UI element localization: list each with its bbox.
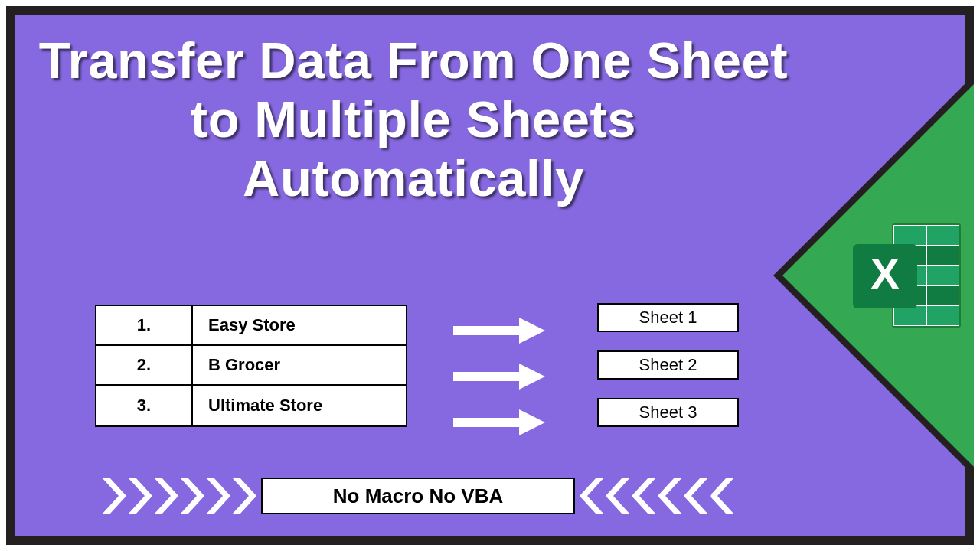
row-name: Easy Store — [193, 306, 406, 344]
chevron-right-icon — [178, 478, 204, 514]
svg-rect-3 — [894, 266, 959, 285]
svg-rect-0 — [893, 224, 960, 327]
chevron-left-icon — [606, 478, 632, 514]
bottom-ribbon: No Macro No VBA — [96, 478, 740, 514]
row-number: 3. — [96, 386, 193, 425]
svg-rect-1 — [894, 226, 959, 246]
chevron-right-icon — [152, 478, 178, 514]
chevron-right-icon — [230, 478, 256, 514]
chevron-left-icon — [684, 478, 710, 514]
chevron-left-icon — [632, 478, 658, 514]
thumbnail-canvas: Transfer Data From One Sheet to Multiple… — [6, 6, 974, 545]
svg-text:X: X — [871, 249, 899, 298]
ribbon-label: No Macro No VBA — [261, 478, 575, 514]
transfer-arrows — [453, 308, 545, 445]
arrow-right-icon — [453, 364, 545, 390]
table-row: 1. Easy Store — [96, 306, 406, 346]
table-row: 3. Ultimate Store — [96, 386, 406, 425]
arrow-right-icon — [453, 409, 545, 435]
chevron-left-icon — [580, 478, 606, 514]
excel-icon: X — [851, 218, 966, 333]
store-table: 1. Easy Store 2. B Grocer 3. Ultimate St… — [95, 305, 407, 427]
chevron-left-icon — [658, 478, 684, 514]
svg-rect-5 — [894, 305, 959, 325]
sheet-box: Sheet 1 — [597, 303, 739, 332]
row-number: 2. — [96, 346, 193, 384]
row-name: Ultimate Store — [193, 386, 406, 425]
chevron-right-icon — [126, 478, 152, 514]
svg-rect-2 — [894, 246, 959, 266]
sheet-box: Sheet 2 — [597, 350, 739, 380]
svg-rect-11 — [853, 244, 917, 308]
chevron-left-icon — [710, 478, 736, 514]
chevron-left-group — [575, 478, 740, 514]
sheet-list: Sheet 1 Sheet 2 Sheet 3 — [597, 303, 739, 445]
table-row: 2. B Grocer — [96, 346, 406, 386]
row-number: 1. — [96, 306, 193, 344]
arrow-right-icon — [453, 318, 545, 344]
svg-rect-4 — [894, 285, 959, 305]
chevron-right-icon — [100, 478, 126, 514]
row-name: B Grocer — [193, 346, 406, 384]
sheet-box: Sheet 3 — [597, 398, 739, 427]
chevron-right-group — [96, 478, 261, 514]
main-title: Transfer Data From One Sheet to Multiple… — [31, 31, 796, 207]
chevron-right-icon — [204, 478, 230, 514]
